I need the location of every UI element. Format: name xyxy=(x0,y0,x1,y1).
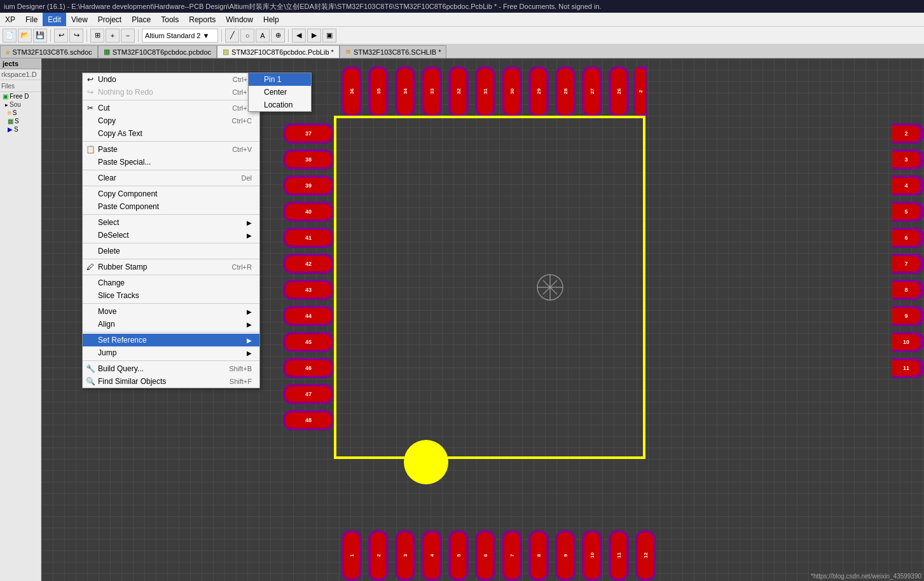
tb-back[interactable]: ◀ xyxy=(292,29,306,43)
menu-item-clear[interactable]: Clear Del xyxy=(83,172,259,184)
canvas-area[interactable]: 36 35 34 33 32 xyxy=(41,58,924,581)
menu-edit[interactable]: Edit xyxy=(43,13,66,26)
deselect-arrow: ▶ xyxy=(247,232,252,239)
tb-more[interactable]: ▣ xyxy=(322,29,336,43)
menu-place[interactable]: Place xyxy=(127,13,156,26)
main-area: jects rkspace1.D Files ▣ Free D ▸ Sou ≡ … xyxy=(0,58,924,581)
sep1 xyxy=(83,100,259,100)
paste-special-label: Paste Special... xyxy=(98,158,151,167)
menu-view[interactable]: View xyxy=(66,13,93,26)
tb-new[interactable]: 📄 xyxy=(3,29,17,43)
top-pad-26: 26 xyxy=(607,66,630,117)
panel-item-sou[interactable]: ▸ Sou xyxy=(0,100,41,109)
move-label: Move xyxy=(98,307,116,316)
top-pad-36: 36 xyxy=(340,66,363,117)
submenu-item-center[interactable]: Center xyxy=(249,86,311,99)
sep5 xyxy=(83,214,259,215)
tb-text[interactable]: A xyxy=(256,29,270,43)
left-pad-48: 48 xyxy=(283,409,334,432)
right-pad-6: 6 xyxy=(892,226,924,249)
menu-item-copy[interactable]: Copy Ctrl+C xyxy=(83,114,259,127)
rubber-stamp-icon: 🖊 xyxy=(85,262,95,272)
tb-forward[interactable]: ▶ xyxy=(307,29,321,43)
left-pads-col: 37 38 39 40 41 xyxy=(283,122,334,432)
panel-files-label: Files xyxy=(0,80,41,92)
menu-item-set-reference[interactable]: Set Reference ▶ xyxy=(83,334,259,346)
menu-xp[interactable]: XP xyxy=(0,13,20,26)
slice-tracks-icon xyxy=(85,290,95,301)
tb-zoom-out[interactable]: − xyxy=(121,29,135,43)
bottom-pad-6: 6 xyxy=(474,530,497,581)
tb-save[interactable]: 💾 xyxy=(33,29,47,43)
menu-item-deselect[interactable]: DeSelect ▶ xyxy=(83,229,259,242)
menu-item-select[interactable]: Select ▶ xyxy=(83,216,259,229)
right-pads-col: 2 3 4 5 6 xyxy=(892,122,924,379)
tab-schlib-label: STM32F103C8T6.SCHLIB * xyxy=(354,48,441,56)
menu-item-rubber-stamp[interactable]: 🖊 Rubber Stamp Ctrl+R xyxy=(83,261,259,273)
deselect-label: DeSelect xyxy=(98,231,129,240)
tb-standard-dropdown[interactable]: Altium Standard 2 ▼ xyxy=(142,29,218,43)
sep6 xyxy=(83,243,259,243)
menu-item-slice-tracks[interactable]: Slice Tracks xyxy=(83,289,259,302)
bottom-pads-row: 1 2 3 4 5 xyxy=(340,530,657,581)
left-pad-47: 47 xyxy=(283,383,334,406)
panel-item-freed[interactable]: ▣ Free D xyxy=(0,92,41,100)
tb-line[interactable]: ╱ xyxy=(225,29,239,43)
bottom-pad-1: 1 xyxy=(340,530,363,581)
menu-item-jump[interactable]: Jump ▶ xyxy=(83,346,259,359)
sep2 xyxy=(83,141,259,142)
toolbar: 📄 📂 💾 ↩ ↪ ⊞ + − Altium Standard 2 ▼ ╱ ○ … xyxy=(0,27,924,44)
slice-tracks-label: Slice Tracks xyxy=(98,291,139,300)
menu-bar: XP File Edit View Project Place Tools Re… xyxy=(0,13,924,27)
panel-item-s3[interactable]: ▶ S xyxy=(0,125,41,133)
menu-item-build-query[interactable]: 🔧 Build Query... Shift+B xyxy=(83,362,259,375)
menu-reports[interactable]: Reports xyxy=(184,13,221,26)
panel-item-s2[interactable]: ▦ S xyxy=(0,117,41,125)
tab-pcblib[interactable]: ▨ STM32F10C8T6pcbdoc.PcbLib * xyxy=(217,45,340,58)
menu-window[interactable]: Window xyxy=(221,13,258,26)
tb-open[interactable]: 📂 xyxy=(18,29,32,43)
tab-schlib[interactable]: ≋ STM32F103C8T6.SCHLIB * xyxy=(340,45,447,58)
menu-item-align[interactable]: Align ▶ xyxy=(83,318,259,331)
menu-item-move[interactable]: Move ▶ xyxy=(83,305,259,318)
paste-label: Paste xyxy=(98,145,118,154)
menu-item-copy-component[interactable]: Copy Component xyxy=(83,188,259,200)
submenu-item-pin1[interactable]: Pin 1 xyxy=(249,73,311,86)
top-pad-34: 34 xyxy=(394,66,417,117)
top-pad-32: 32 xyxy=(447,66,470,117)
bottom-pad-12: 12 xyxy=(634,530,657,581)
tab-schdoc[interactable]: ≡ STM32F103C8T6.schdoc xyxy=(0,45,98,58)
menu-item-paste-special[interactable]: Paste Special... xyxy=(83,156,259,168)
sep11 xyxy=(83,360,259,361)
tab-pcbdoc[interactable]: ▦ STM32F10C8T6pcbdoc.pcbdoc xyxy=(98,45,217,58)
menu-item-find-similar[interactable]: 🔍 Find Similar Objects Shift+F xyxy=(83,375,259,388)
menu-item-undo[interactable]: ↩ Undo Ctrl+Z xyxy=(83,73,259,86)
menu-item-cut[interactable]: ✂ Cut Ctrl+X xyxy=(83,102,259,114)
submenu-item-location[interactable]: Location xyxy=(249,99,311,111)
pin1-label: Pin 1 xyxy=(264,75,281,84)
menu-help[interactable]: Help xyxy=(258,13,284,26)
component-outline xyxy=(334,116,645,459)
top-pad-30: 30 xyxy=(500,66,523,117)
panel-item-s1[interactable]: ≡ S xyxy=(0,109,41,117)
menu-tools[interactable]: Tools xyxy=(156,13,184,26)
menu-item-delete[interactable]: Delete xyxy=(83,245,259,257)
tb-redo[interactable]: ↪ xyxy=(69,29,83,43)
bottom-pad-3: 3 xyxy=(394,530,417,581)
menu-item-paste[interactable]: 📋 Paste Ctrl+V xyxy=(83,143,259,156)
location-label: Location xyxy=(264,100,293,109)
tb-undo[interactable]: ↩ xyxy=(54,29,68,43)
clear-icon xyxy=(85,173,95,183)
menu-file[interactable]: File xyxy=(20,13,43,26)
menu-item-paste-component[interactable]: Paste Component xyxy=(83,200,259,213)
left-pad-43: 43 xyxy=(283,278,334,301)
menu-item-copy-text[interactable]: Copy As Text xyxy=(83,127,259,140)
menu-item-change[interactable]: Change xyxy=(83,277,259,289)
tb-zoom-fit[interactable]: ⊞ xyxy=(90,29,104,43)
tb-sep1 xyxy=(50,29,51,42)
tb-zoom-in[interactable]: + xyxy=(106,29,120,43)
tb-circle[interactable]: ○ xyxy=(240,29,254,43)
menu-project[interactable]: Project xyxy=(93,13,127,26)
bottom-pad-2: 2 xyxy=(367,530,390,581)
tb-coord[interactable]: ⊕ xyxy=(271,29,285,43)
